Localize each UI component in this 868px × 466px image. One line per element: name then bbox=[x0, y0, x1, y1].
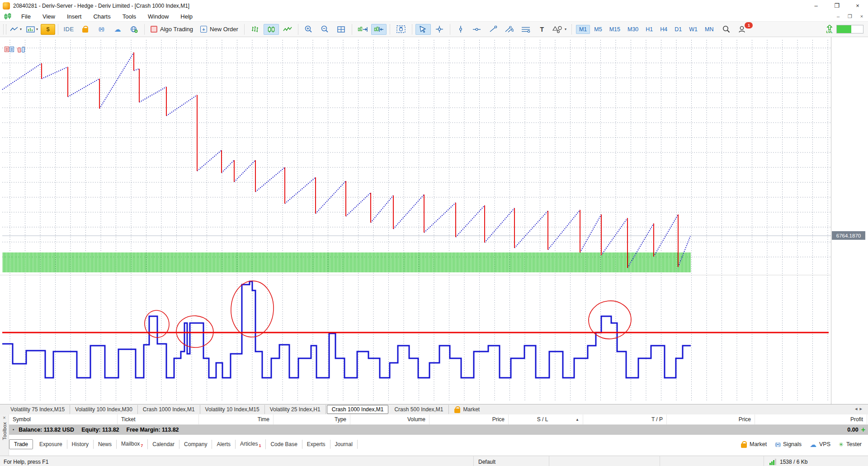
toolbox-tab[interactable]: Calendar bbox=[148, 440, 179, 449]
menu-item[interactable]: Window bbox=[142, 13, 175, 20]
column-header[interactable]: Price bbox=[429, 414, 509, 424]
menu-item[interactable]: View bbox=[37, 13, 61, 20]
shapes-tool[interactable]: ▾ bbox=[551, 24, 568, 35]
signals-toolbar-button[interactable]: ((•)) bbox=[94, 24, 109, 35]
depth-of-market-icon[interactable] bbox=[17, 46, 26, 52]
minimize-button[interactable]: – bbox=[806, 0, 826, 11]
notifications-button[interactable]: 1 bbox=[735, 24, 750, 35]
status-profile[interactable]: Default bbox=[474, 456, 549, 466]
profiles-button[interactable]: ▾ bbox=[8, 24, 24, 35]
column-header[interactable]: T / P bbox=[583, 414, 667, 424]
toolbox-tab[interactable]: Trade bbox=[9, 439, 33, 449]
column-header[interactable]: Volume bbox=[350, 414, 429, 424]
toolbox-tab[interactable]: Experts bbox=[302, 440, 330, 449]
tab-scroll-arrows[interactable]: ◂▸ bbox=[855, 406, 864, 412]
algo-trading-button[interactable]: Algo Trading bbox=[147, 24, 196, 35]
chart-tab[interactable]: Volatility 25 Index,H1 bbox=[265, 405, 326, 414]
vps-toolbar-button[interactable] bbox=[126, 24, 142, 35]
chart-tab[interactable]: Crash 1000 Index,M1 bbox=[138, 405, 200, 414]
chart-area[interactable]: 6764.1870 bbox=[0, 37, 868, 404]
screenshot-button[interactable] bbox=[393, 24, 409, 35]
ide-button[interactable]: IDE bbox=[61, 24, 76, 35]
market-tab[interactable]: Market bbox=[449, 406, 486, 413]
new-order-button[interactable]: + New Order bbox=[197, 24, 241, 35]
cursor-button[interactable] bbox=[415, 24, 431, 35]
channel-tool[interactable] bbox=[502, 24, 517, 35]
toolbox-tab[interactable]: Company bbox=[179, 440, 212, 449]
auto-scroll-icon bbox=[358, 26, 368, 33]
deposit-button[interactable]: $ bbox=[41, 24, 55, 35]
toolbox-tab[interactable]: Alerts bbox=[212, 440, 236, 449]
close-button[interactable]: × bbox=[847, 0, 868, 11]
timeframe-button[interactable]: M15 bbox=[606, 25, 623, 34]
column-header[interactable]: Profit bbox=[755, 414, 867, 424]
timeframe-button[interactable]: D1 bbox=[671, 25, 685, 34]
toolbox-tab[interactable]: Articles1 bbox=[236, 439, 266, 449]
child-restore-button[interactable]: ❐ bbox=[846, 14, 854, 19]
chart-tab[interactable]: Crash 1000 Index,M1 bbox=[327, 405, 389, 414]
chart-tab[interactable]: Volatility 75 Index,M15 bbox=[5, 405, 70, 414]
timeframe-button[interactable]: H4 bbox=[657, 25, 670, 34]
timeframe-button[interactable]: M1 bbox=[576, 25, 590, 34]
toolbox-tab[interactable]: Exposure bbox=[35, 440, 67, 449]
vertical-line-tool[interactable] bbox=[453, 24, 468, 35]
menu-item[interactable]: Tools bbox=[117, 13, 142, 20]
toolbox-tab[interactable]: Journal bbox=[330, 440, 358, 449]
svg-text:6764.1870: 6764.1870 bbox=[836, 233, 861, 238]
column-header[interactable]: S / L ▲ bbox=[509, 414, 583, 424]
toolbox-tab[interactable]: News bbox=[94, 440, 117, 449]
toolbox-tab[interactable]: Code Base bbox=[266, 440, 302, 449]
line-chart-type-button[interactable] bbox=[280, 24, 295, 35]
signals-shortcut[interactable]: ((•)) Signals bbox=[775, 441, 802, 447]
child-close-button[interactable]: × bbox=[858, 14, 865, 19]
candle-chart-button[interactable] bbox=[264, 24, 279, 35]
timeframe-button[interactable]: M30 bbox=[624, 25, 642, 34]
tester-shortcut[interactable]: ✳ Tester bbox=[839, 441, 862, 448]
crosshair-button[interactable] bbox=[432, 24, 447, 35]
chart-tab[interactable]: Volatility 10 Index,M15 bbox=[200, 405, 265, 414]
vps-shortcut[interactable]: ☁ VPS bbox=[810, 441, 830, 448]
toolbox-close-icon[interactable]: × bbox=[3, 415, 5, 420]
price-chart[interactable]: 6764.1870 bbox=[0, 37, 868, 404]
column-header[interactable]: Symbol bbox=[9, 414, 118, 424]
tab-badge: 7 bbox=[141, 443, 143, 448]
one-click-trading-icon[interactable] bbox=[5, 46, 14, 52]
toolbox-tab[interactable]: History bbox=[67, 440, 94, 449]
market-toolbar-button[interactable] bbox=[77, 24, 93, 35]
column-header[interactable]: Time bbox=[199, 414, 274, 424]
menu-item[interactable]: Insert bbox=[61, 13, 88, 20]
status-help: For Help, press F1 bbox=[0, 456, 474, 466]
market-shortcut[interactable]: Market bbox=[741, 441, 767, 448]
tile-windows-button[interactable] bbox=[334, 24, 349, 35]
menu-item[interactable]: Charts bbox=[87, 13, 116, 20]
fibonacci-tool[interactable] bbox=[518, 24, 533, 35]
zoom-in-button[interactable] bbox=[301, 24, 316, 35]
horizontal-line-tool[interactable] bbox=[469, 24, 485, 35]
chart-shift-button[interactable] bbox=[371, 24, 387, 35]
chart-window-button[interactable]: ▾ bbox=[24, 24, 40, 35]
timeframe-button[interactable]: W1 bbox=[686, 25, 701, 34]
cloud-button[interactable]: ☁ bbox=[110, 24, 125, 35]
auto-scroll-button[interactable] bbox=[355, 24, 370, 35]
menu-item[interactable]: Help bbox=[175, 13, 198, 20]
zoom-out-button[interactable] bbox=[317, 24, 333, 35]
column-header[interactable]: Ticket bbox=[118, 414, 199, 424]
restore-button[interactable]: ❐ bbox=[826, 0, 847, 11]
toolbox-tab[interactable]: Mailbox7 bbox=[117, 439, 148, 449]
text-tool[interactable]: T bbox=[534, 24, 550, 35]
deposit-plus-icon[interactable]: + bbox=[861, 426, 865, 433]
chart-tab[interactable]: Volatility 100 Index,M30 bbox=[70, 405, 138, 414]
chart-tab[interactable]: Crash 500 Index,M1 bbox=[389, 405, 448, 414]
menu-item[interactable]: File bbox=[15, 13, 37, 20]
timeframe-button[interactable]: M5 bbox=[591, 25, 605, 34]
column-header[interactable]: Price bbox=[667, 414, 755, 424]
level-indicator[interactable]: LVL bbox=[826, 25, 833, 34]
trendline-tool[interactable] bbox=[486, 24, 501, 35]
timeframe-button[interactable]: H1 bbox=[642, 25, 656, 34]
child-minimize-button[interactable]: – bbox=[835, 14, 842, 19]
timeframe-button[interactable]: MN bbox=[702, 25, 717, 34]
bar-chart-button[interactable] bbox=[247, 24, 263, 35]
toolbox-right-group: Market ((•)) Signals ☁ VPS ✳ Tester bbox=[741, 441, 868, 448]
column-header[interactable]: Type bbox=[274, 414, 350, 424]
search-button[interactable] bbox=[718, 24, 734, 35]
